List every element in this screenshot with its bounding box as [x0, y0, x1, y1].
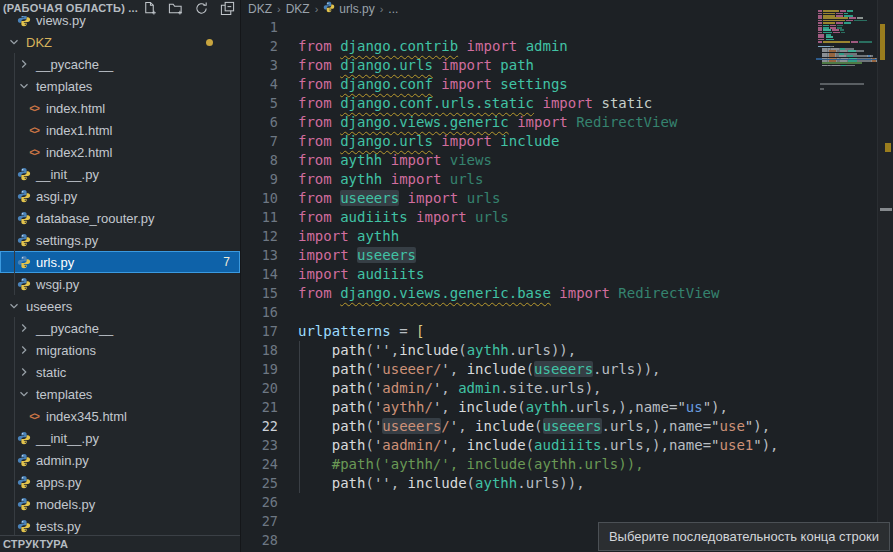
code-line-text: from django.views.generic import Redirec… — [298, 114, 677, 130]
code-line-4[interactable]: 4from django.conf import settings — [241, 75, 819, 94]
code-line-26[interactable]: 26 — [241, 493, 819, 512]
line-number: 9 — [241, 171, 298, 187]
outline-section-header[interactable]: СТРУКТУРА — [0, 535, 240, 552]
code-line-21[interactable]: 21 path('aythh/', include(aythh.urls,),n… — [241, 398, 819, 417]
tree-item-index2-html[interactable]: <>index2.html — [0, 141, 240, 163]
tree-item-wsgi-py[interactable]: wsgi.py — [0, 273, 240, 295]
code-line-8[interactable]: 8from aythh import views — [241, 151, 819, 170]
breadcrumb-item-dkz[interactable]: DKZ — [286, 2, 310, 16]
breadcrumb-item-urls-py[interactable]: urls.py — [323, 1, 374, 16]
tree-item-models-py[interactable]: models.py — [0, 493, 240, 515]
line-number: 19 — [241, 361, 298, 377]
minimap-line-mark — [846, 65, 855, 67]
refresh-icon[interactable] — [192, 0, 210, 16]
code-line-text: path('aadmin/', include(audiiits.urls,),… — [298, 437, 779, 453]
new-file-icon[interactable] — [140, 0, 158, 16]
line-number: 2 — [241, 38, 298, 54]
breadcrumb-item--[interactable]: ... — [388, 2, 398, 16]
chevron-right-icon — [16, 57, 32, 71]
code-line-10[interactable]: 10from useeers import urls — [241, 189, 819, 208]
collapse-all-icon[interactable] — [218, 0, 236, 16]
tree-item-label: templates — [36, 79, 92, 94]
code-line-15[interactable]: 15from django.views.generic.base import … — [241, 284, 819, 303]
python-file-icon — [16, 255, 32, 269]
modified-dot-icon — [206, 39, 213, 46]
tree-item-templates[interactable]: templates — [0, 75, 240, 97]
code-line-22[interactable]: 22 path('useeers/', include(useeers.urls… — [241, 417, 819, 436]
tree-item-index-html[interactable]: <>index.html — [0, 97, 240, 119]
tree-item--init-py[interactable]: __init__.py — [0, 427, 240, 449]
code-line-20[interactable]: 20 path('admin/', admin.site.urls), — [241, 379, 819, 398]
tree-item-label: useeers — [26, 299, 72, 314]
tree-item-database-roouter-py[interactable]: database_roouter.py — [0, 207, 240, 229]
tree-item-label: DKZ — [26, 35, 52, 50]
code-line-7[interactable]: 7from django.urls import include — [241, 132, 819, 151]
code-line-9[interactable]: 9from aythh import urls — [241, 170, 819, 189]
tree-item--pycache-[interactable]: __pycache__ — [0, 317, 240, 339]
indent-guide — [299, 341, 300, 493]
warning-band-icon — [880, 24, 885, 60]
tree-item-label: migrations — [36, 343, 96, 358]
code-line-23[interactable]: 23 path('aadmin/', include(audiiits.urls… — [241, 436, 819, 455]
code-line-text: path('',include(aythh.urls)), — [298, 342, 576, 358]
tree-item-settings-py[interactable]: settings.py — [0, 229, 240, 251]
code-line-text: #path('aythh/', include(aythh.urls)), — [298, 456, 644, 472]
python-file-icon — [16, 277, 32, 291]
tree-item--init-py[interactable]: __init__.py — [0, 163, 240, 185]
line-number: 8 — [241, 152, 298, 168]
code-line-6[interactable]: 6from django.views.generic import Redire… — [241, 113, 819, 132]
tree-item-admin-py[interactable]: admin.py — [0, 449, 240, 471]
tree-item-urls-py[interactable]: urls.py7 — [0, 251, 240, 273]
minimap-line-mark — [841, 32, 845, 34]
code-line-19[interactable]: 19 path('useeer/', include(useeers.urls)… — [241, 360, 819, 379]
tree-item-migrations[interactable]: migrations — [0, 339, 240, 361]
code-line-16[interactable]: 16 — [241, 303, 819, 322]
tree-item-tests-py[interactable]: tests.py — [0, 515, 240, 537]
code-line-5[interactable]: 5from django.conf.urls.static import sta… — [241, 94, 819, 113]
tree-item-useeers[interactable]: useeers — [0, 295, 240, 317]
html-file-icon: <> — [26, 411, 42, 422]
tree-item-static[interactable]: static — [0, 361, 240, 383]
code-line-3[interactable]: 3from django.urls import path — [241, 56, 819, 75]
breadcrumb-item-dkz[interactable]: DKZ — [248, 2, 272, 16]
tree-item-dkz[interactable]: DKZ — [0, 31, 240, 53]
tree-item-index1-html[interactable]: <>index1.html — [0, 119, 240, 141]
minimap-line-mark — [851, 41, 857, 43]
explorer-section-header: (РАБОЧАЯ ОБЛАСТЬ) ... — [0, 0, 240, 16]
html-file-icon: <> — [26, 125, 42, 136]
tree-item--pycache-[interactable]: __pycache__ — [0, 53, 240, 75]
tree-item-asgi-py[interactable]: asgi.py — [0, 185, 240, 207]
code-area[interactable]: 12from django.contrib import admin3from … — [241, 18, 819, 550]
minimap-line-mark — [859, 41, 872, 43]
tree-item-label: admin.py — [36, 453, 89, 468]
code-line-14[interactable]: 14import audiiits — [241, 265, 819, 284]
code-line-2[interactable]: 2from django.contrib import admin — [241, 37, 819, 56]
code-line-18[interactable]: 18 path('',include(aythh.urls)), — [241, 341, 819, 360]
line-number: 21 — [241, 399, 298, 415]
code-line-1[interactable]: 1 — [241, 18, 819, 37]
python-file-icon — [16, 519, 32, 533]
new-folder-icon[interactable] — [166, 0, 184, 16]
code-line-text: path('aythh/', include(aythh.urls,),name… — [298, 399, 728, 415]
code-line-11[interactable]: 11from audiiits import urls — [241, 208, 819, 227]
line-number: 13 — [241, 247, 298, 263]
code-line-text: from aythh import views — [298, 152, 492, 168]
code-line-12[interactable]: 12import aythh — [241, 227, 819, 246]
line-number: 1 — [241, 19, 298, 35]
workspace-title: (РАБОЧАЯ ОБЛАСТЬ) ... — [0, 2, 138, 14]
tree-item-index345-html[interactable]: <>index345.html — [0, 405, 240, 427]
line-number: 20 — [241, 380, 298, 396]
line-number: 23 — [241, 437, 298, 453]
outline-title: СТРУКТУРА — [0, 538, 68, 550]
minimap[interactable] — [816, 0, 878, 552]
scrollbar-overview-ruler[interactable] — [877, 0, 893, 552]
code-line-13[interactable]: 13import useeers — [241, 246, 819, 265]
vscode-window: views.pyDKZ__pycache__templates<>index.h… — [0, 0, 893, 552]
tree-item-apps-py[interactable]: apps.py — [0, 471, 240, 493]
code-line-24[interactable]: 24 #path('aythh/', include(aythh.urls)), — [241, 455, 819, 474]
tree-item-label: models.py — [36, 497, 95, 512]
code-line-17[interactable]: 17urlpatterns = [ — [241, 322, 819, 341]
tree-item-templates[interactable]: templates — [0, 383, 240, 405]
code-line-text: path('admin/', admin.site.urls), — [298, 380, 602, 396]
code-line-25[interactable]: 25 path('', include(aythh.urls)), — [241, 474, 819, 493]
